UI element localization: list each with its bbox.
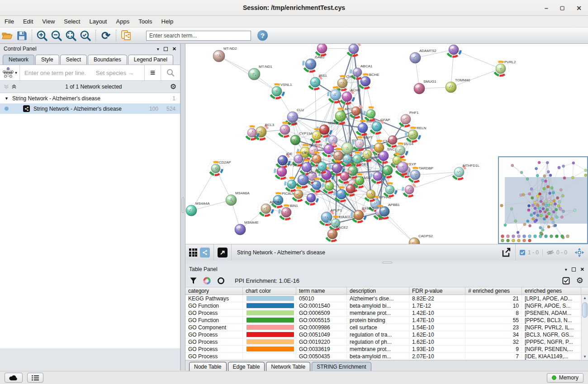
network-node[interactable]: CADPS2	[409, 234, 433, 244]
column-header-chart-color[interactable]: chart color	[243, 287, 296, 295]
maximize-button[interactable]: ▢	[560, 5, 564, 10]
refresh-button[interactable]: ⟳	[100, 29, 112, 42]
tree-expand-icon[interactable]: ▼	[5, 96, 9, 101]
gear-icon[interactable]: ⚙	[576, 276, 583, 285]
network-node[interactable]: MT-ND1	[248, 65, 272, 80]
zoom-out-button[interactable]	[50, 29, 63, 42]
network-node[interactable]: DLG4	[392, 142, 413, 159]
birdseye-toggle[interactable]	[571, 248, 588, 258]
tab-network[interactable]: Network	[3, 55, 34, 65]
network-node[interactable]: TARDBP	[407, 166, 433, 183]
column-header-term-name[interactable]: term name	[296, 287, 347, 295]
network-node[interactable]: ABCA1	[350, 64, 373, 80]
enrichment-row[interactable]: KEGG Pathways05010Alzheimer's dise...8.8…	[185, 295, 588, 302]
tab-network-table[interactable]: Network Table	[266, 362, 310, 372]
network-node[interactable]: VSNL1	[269, 83, 292, 99]
network-node[interactable]	[346, 44, 362, 57]
ring-chart-icon[interactable]	[217, 277, 225, 285]
column-header--enriched-genes[interactable]: # enriched genes	[465, 287, 522, 295]
enrichment-row[interactable]: GO FunctionGO:0001540beta-amyloid bi...1…	[185, 302, 588, 309]
query-options-button[interactable]: ≡	[144, 65, 161, 80]
menu-apps[interactable]: Apps	[116, 18, 130, 25]
menu-help[interactable]: Help	[161, 18, 174, 25]
network-node[interactable]: BACE2	[324, 225, 348, 242]
selection-checkbox-icon[interactable]	[519, 249, 526, 256]
zoom-fit-button[interactable]	[65, 29, 77, 42]
tab-boundaries[interactable]: Boundaries	[88, 55, 127, 65]
close-panel-icon[interactable]: ✕	[580, 267, 584, 272]
tab-legend-panel[interactable]: Legend Panel	[128, 55, 173, 65]
menu-file[interactable]: File	[5, 18, 14, 25]
enrichment-row[interactable]: GO ComponentGO:0009986cell surface1.54E-…	[185, 324, 588, 331]
network-row-selected[interactable]: String Network - Alzheimer's disease 100…	[0, 103, 180, 114]
network-node[interactable]: TOMM40	[446, 78, 470, 93]
close-button[interactable]: ✕	[576, 5, 582, 11]
column-header-description[interactable]: description	[347, 287, 409, 295]
filter-icon[interactable]	[190, 277, 197, 284]
menu-edit[interactable]: Edit	[23, 18, 33, 25]
zoom-selected-button[interactable]	[79, 29, 92, 42]
memory-button[interactable]: Memory	[547, 373, 583, 383]
enrichment-row[interactable]: GO ProcessGO:0050435beta-amyloid m...2.0…	[185, 353, 588, 360]
expand-all-icon[interactable]	[11, 84, 17, 89]
menu-tools[interactable]: Tools	[138, 18, 152, 25]
tab-edge-table[interactable]: Edge Table	[228, 362, 265, 372]
title-bar[interactable]: Session: /tmp/enrichmentTest.cys – ▢ ✕	[0, 0, 588, 16]
float-panel-icon[interactable]	[572, 267, 576, 272]
table-scrollbar[interactable]: ▲ ▼	[581, 295, 588, 360]
gear-icon[interactable]: ⚙	[170, 83, 176, 90]
network-node[interactable]: ABCA7	[258, 200, 282, 217]
panel-menu-icon[interactable]: ▾	[157, 47, 159, 52]
grid-mode-icon[interactable]	[189, 248, 197, 257]
string-query-placeholder[interactable]: Enter one term per line.	[24, 70, 86, 76]
enrichment-row[interactable]: GO FunctionGO:0005515protein binding1.47…	[185, 317, 588, 324]
network-node[interactable]: GAB2	[302, 55, 325, 73]
zoom-in-button[interactable]	[36, 29, 48, 42]
menu-select[interactable]: Select	[64, 18, 80, 25]
cloud-tasks-button[interactable]	[5, 373, 23, 383]
horizontal-splitter-handle[interactable]	[382, 262, 392, 263]
task-history-button[interactable]	[27, 373, 43, 383]
network-node[interactable]: MTHFD1L	[451, 164, 479, 180]
vertical-splitter-handle[interactable]	[182, 197, 184, 213]
eye-slash-icon[interactable]	[546, 249, 554, 256]
run-string-search-button[interactable]	[161, 65, 180, 80]
tab-style[interactable]: Style	[35, 55, 59, 65]
help-button[interactable]: ?	[257, 30, 268, 41]
network-node[interactable]: RELN	[405, 126, 427, 143]
tab-select[interactable]: Select	[60, 55, 87, 65]
scroll-up-icon[interactable]: ▲	[582, 295, 588, 301]
enrichment-row[interactable]: GO ProcessGO:0033619membrane prot...1.93…	[185, 346, 588, 353]
birds-eye-view[interactable]	[498, 156, 588, 244]
network-collection-row[interactable]: ▼ String Network - Alzheimer's disease 1	[0, 93, 180, 103]
panel-menu-icon[interactable]: ▾	[565, 267, 567, 272]
network-node[interactable]: CD2AP	[208, 160, 231, 176]
open-in-window-icon[interactable]	[218, 248, 228, 258]
column-header-enriched-genes[interactable]: enriched genes	[522, 287, 581, 295]
column-header-FDR-p-value[interactable]: FDR p-value	[409, 287, 465, 295]
open-session-button[interactable]	[1, 29, 14, 42]
search-input[interactable]	[146, 31, 251, 41]
save-session-button[interactable]	[15, 29, 28, 42]
string-protein-dropdown[interactable]: STRING ▾	[0, 65, 20, 80]
network-node[interactable]: MS4A4E	[235, 220, 259, 235]
enrichment-row[interactable]: GO ProcessGO:0006509membrane prot...1.42…	[185, 309, 588, 317]
enrichment-row[interactable]: GO ProcessGO:0051049regulation of tra...…	[185, 331, 588, 338]
scrollbar-thumb[interactable]	[582, 302, 588, 318]
enrichment-row[interactable]: GO ProcessGO:0019220regulation of ph...1…	[185, 338, 588, 346]
network-canvas[interactable]: MT-ND2MT-ND1VSNL1GAB2ADAMTS2PVRL2TOMM40S…	[185, 44, 588, 244]
string-style-icon[interactable]	[200, 248, 210, 258]
network-node[interactable]: PVRL2	[493, 60, 516, 77]
menu-layout[interactable]: Layout	[89, 18, 107, 25]
minimize-button[interactable]: –	[545, 5, 548, 11]
collapse-all-icon[interactable]	[4, 84, 9, 89]
copy-network-button[interactable]	[120, 29, 133, 42]
network-node[interactable]: SMUG1	[414, 80, 436, 94]
export-network-icon[interactable]	[501, 247, 512, 258]
select-columns-icon[interactable]	[562, 277, 570, 285]
float-panel-icon[interactable]	[164, 47, 168, 51]
close-panel-icon[interactable]: ✕	[172, 46, 176, 52]
network-node[interactable]: MS4A6A	[226, 191, 250, 206]
network-node[interactable]: PHF1	[398, 111, 419, 127]
tab-string-enrichment[interactable]: STRING Enrichment	[312, 362, 371, 372]
